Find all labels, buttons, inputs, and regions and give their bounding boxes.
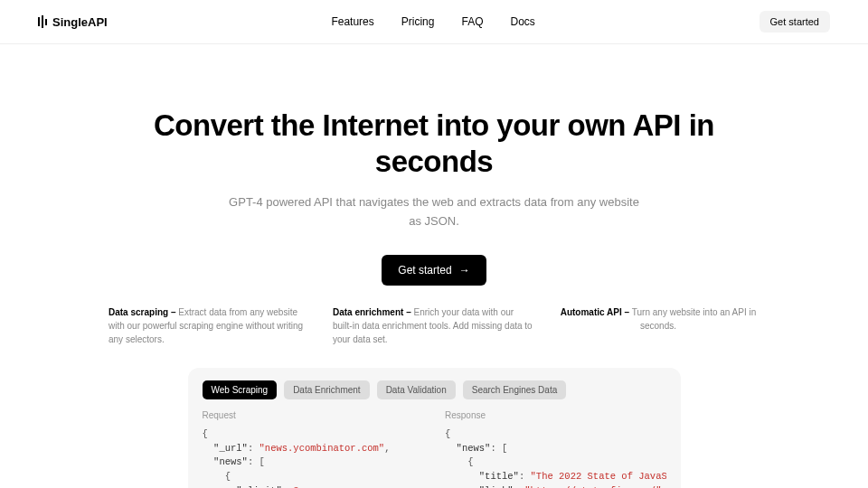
feature-body: Turn any website into an API in seconds. [632, 307, 757, 331]
feature-title: Data enrichment – [333, 307, 413, 317]
feature-row: Data scraping – Extract data from any we… [108, 305, 760, 346]
feature-enrichment: Data enrichment – Enrich your data with … [333, 305, 535, 346]
response-code: { "news": [ { "title": "The 2022 State o… [445, 427, 666, 488]
brand-name: SingleAPI [52, 15, 108, 29]
nav-pricing[interactable]: Pricing [401, 15, 435, 28]
main-nav: Features Pricing FAQ Docs [331, 15, 534, 28]
arrow-right-icon: → [459, 264, 470, 277]
feature-scraping: Data scraping – Extract data from any we… [108, 305, 311, 346]
nav-features[interactable]: Features [331, 15, 373, 28]
hero-subtitle: GPT-4 powered API that navigates the web… [226, 193, 642, 231]
tab-web-scraping[interactable]: Web Scraping [203, 380, 278, 399]
nav-docs[interactable]: Docs [510, 15, 534, 28]
tab-data-enrichment[interactable]: Data Enrichment [284, 380, 369, 399]
request-column: Request { "_url": "news.ycombinator.com"… [203, 410, 424, 488]
get-started-header-button[interactable]: Get started [760, 11, 830, 33]
nav-faq[interactable]: FAQ [461, 15, 483, 28]
logo[interactable]: SingleAPI [38, 15, 108, 29]
request-label: Request [203, 410, 424, 420]
cta-label: Get started [398, 264, 451, 277]
logo-icon [38, 15, 47, 28]
hero-title: Convert the Internet into your own API i… [108, 108, 760, 179]
hero: Convert the Internet into your own API i… [108, 44, 760, 286]
tab-search-engines[interactable]: Search Engines Data [463, 380, 567, 399]
feature-title: Data scraping – [108, 307, 178, 317]
get-started-cta-button[interactable]: Get started → [382, 255, 486, 286]
code-panel: Web Scraping Data Enrichment Data Valida… [188, 368, 681, 488]
feature-automatic-api: Automatic API – Turn any website into an… [557, 305, 760, 346]
response-label: Response [445, 410, 666, 420]
request-code: { "_url": "news.ycombinator.com", "news"… [203, 427, 424, 488]
response-column: Response { "news": [ { "title": "The 202… [445, 410, 666, 488]
feature-title: Automatic API – [561, 307, 632, 317]
code-tabs: Web Scraping Data Enrichment Data Valida… [203, 380, 666, 399]
tab-data-validation[interactable]: Data Validation [377, 380, 456, 399]
